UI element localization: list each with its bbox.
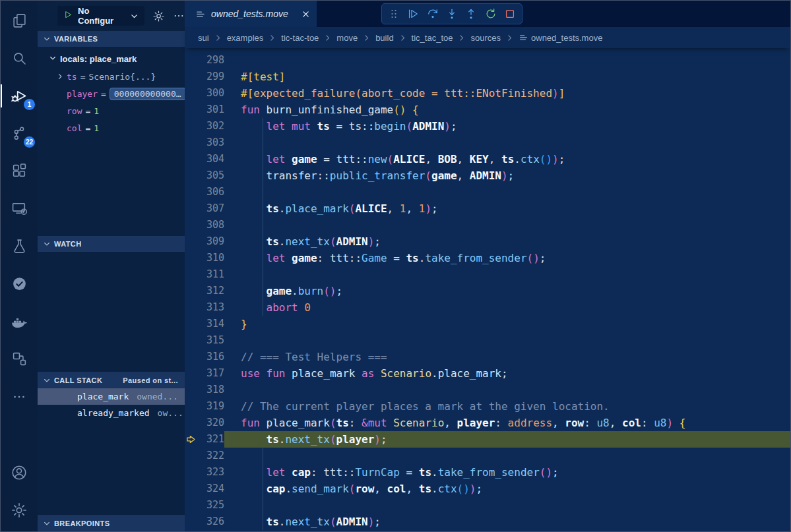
code-line-305[interactable]: 305 transfer::public_transfer(game, ADMI… (185, 167, 790, 184)
breakpoint-gutter-slot[interactable] (185, 184, 197, 200)
variables-section-header[interactable]: VARIABLES (38, 31, 185, 47)
debug-settings-gear-icon[interactable] (152, 10, 165, 22)
breakpoint-gutter-slot[interactable] (185, 266, 197, 283)
code-line-320[interactable]: 320fun place_mark(ts: &mut Scenario, pla… (185, 415, 790, 431)
chevron-right-icon[interactable] (56, 73, 67, 80)
breakpoint-gutter-slot[interactable] (185, 415, 197, 431)
debug-step-out-button[interactable] (463, 6, 479, 22)
breadcrumb-item-sources[interactable]: sources (470, 33, 501, 43)
call-stack-section-header[interactable]: CALL STACK Paused on st... (38, 372, 185, 388)
breakpoint-gutter-slot[interactable] (185, 250, 197, 266)
breakpoint-gutter-slot[interactable] (185, 448, 197, 464)
activity-item-settings[interactable] (1, 491, 38, 529)
code-line-318[interactable]: 318 (185, 382, 790, 398)
code-line-307[interactable]: 307 ts.place_mark(ALICE, 1, 1); (185, 200, 790, 217)
code-line-325[interactable]: 325 (185, 497, 790, 514)
code-line-304[interactable]: 304 let game = ttt::new(ALICE, BOB, KEY,… (185, 151, 790, 167)
line-number[interactable]: 324 (197, 481, 224, 497)
breakpoint-gutter-slot[interactable] (185, 69, 197, 85)
line-number[interactable]: 326 (197, 514, 224, 530)
line-number[interactable]: 299 (197, 69, 224, 85)
activity-item-accounts[interactable] (1, 454, 38, 491)
breakpoint-gutter-slot[interactable] (185, 85, 197, 102)
code-line-299[interactable]: 299#[test] (185, 69, 790, 85)
current-frame-pointer-icon[interactable] (185, 431, 197, 448)
line-number[interactable]: 303 (197, 134, 224, 151)
line-number[interactable]: 306 (197, 184, 224, 200)
code-line-309[interactable]: 309 ts.next_tx(ADMIN); (185, 233, 790, 250)
activity-item-remote-explorer[interactable] (1, 190, 38, 227)
tab-owned-tests-move[interactable]: owned_tests.move (185, 1, 317, 27)
variable-value[interactable]: 000000000000… (110, 88, 185, 100)
stack-frame-place_mark[interactable]: place_markowned... (38, 388, 185, 405)
code-line-316[interactable]: 316// === Test Helpers === (185, 349, 790, 365)
activity-item-references[interactable] (1, 340, 38, 378)
breakpoint-gutter-slot[interactable] (185, 52, 197, 69)
breakpoint-gutter-slot[interactable] (185, 464, 197, 481)
line-number[interactable]: 300 (197, 85, 224, 102)
line-number[interactable]: 311 (197, 266, 224, 283)
variable-row-ts[interactable]: ts=Scenario{...} (38, 68, 185, 85)
code-line-310[interactable]: 310 let game: ttt::Game = ts.take_from_s… (185, 250, 790, 266)
breakpoint-gutter-slot[interactable] (185, 102, 197, 118)
line-number[interactable]: 310 (197, 250, 224, 266)
code-line-313[interactable]: 313 abort 0 (185, 299, 790, 316)
code-line-298[interactable]: 298 (185, 52, 790, 69)
line-number[interactable]: 313 (197, 299, 224, 316)
activity-item-search[interactable] (1, 40, 38, 77)
line-number[interactable]: 314 (197, 316, 224, 332)
line-number[interactable]: 318 (197, 382, 224, 398)
watch-section-header[interactable]: WATCH (38, 236, 185, 252)
debug-config-dropdown[interactable]: No Configur (57, 6, 144, 26)
breakpoint-gutter-slot[interactable] (185, 382, 197, 398)
activity-item-source-control[interactable]: 22 (1, 115, 38, 152)
code-line-311[interactable]: 311 (185, 266, 790, 283)
code-line-326[interactable]: 326 ts.next_tx(ADMIN); (185, 514, 790, 530)
line-number[interactable]: 316 (197, 349, 224, 365)
line-number[interactable]: 319 (197, 398, 224, 415)
line-number[interactable]: 321 (197, 431, 224, 448)
line-number[interactable]: 302 (197, 118, 224, 134)
code-line-324[interactable]: 324 cap.send_mark(row, col, ts.ctx()); (185, 481, 790, 497)
debug-continue-button[interactable] (405, 6, 421, 22)
line-number[interactable]: 309 (197, 233, 224, 250)
breakpoint-gutter-slot[interactable] (185, 316, 197, 332)
breakpoint-gutter-slot[interactable] (185, 167, 197, 184)
activity-item-testing[interactable] (1, 227, 38, 265)
breakpoint-gutter-slot[interactable] (185, 398, 197, 415)
line-number[interactable]: 305 (197, 167, 224, 184)
breakpoint-gutter-slot[interactable] (185, 217, 197, 233)
breakpoint-gutter-slot[interactable] (185, 481, 197, 497)
code-line-306[interactable]: 306 (185, 184, 790, 200)
variable-row-col[interactable]: col=1 (38, 119, 185, 136)
code-line-322[interactable]: 322 (185, 448, 790, 464)
code-line-314[interactable]: 314} (185, 316, 790, 332)
breadcrumb-item-owned_tests.move[interactable]: owned_tests.move (519, 33, 602, 43)
breakpoint-gutter-slot[interactable] (185, 497, 197, 514)
line-number[interactable]: 308 (197, 217, 224, 233)
debug-stop-button[interactable] (502, 6, 518, 22)
line-number[interactable]: 304 (197, 151, 224, 167)
code-line-301[interactable]: 301fun burn_unfinished_game() { (185, 102, 790, 118)
breakpoint-gutter-slot[interactable] (185, 514, 197, 530)
code-line-308[interactable]: 308 (185, 217, 790, 233)
variable-row-player[interactable]: player=000000000000… (38, 85, 185, 102)
breadcrumb-item-examples[interactable]: examples (227, 33, 264, 43)
debug-step-into-button[interactable] (444, 6, 460, 22)
line-number[interactable]: 307 (197, 200, 224, 217)
line-number[interactable]: 322 (197, 448, 224, 464)
line-number[interactable]: 315 (197, 332, 224, 349)
line-number[interactable]: 298 (197, 52, 224, 69)
breakpoint-gutter-slot[interactable] (185, 233, 197, 250)
variables-scope-row[interactable]: locals: place_mark (38, 50, 185, 68)
breadcrumb-item-sui[interactable]: sui (198, 33, 209, 43)
breadcrumb-item-tic_tac_toe[interactable]: tic_tac_toe (412, 33, 453, 43)
code-line-323[interactable]: 323 let cap: ttt::TurnCap = ts.take_from… (185, 464, 790, 481)
line-number[interactable]: 317 (197, 365, 224, 382)
breakpoint-gutter-slot[interactable] (185, 151, 197, 167)
line-number[interactable]: 301 (197, 102, 224, 118)
breakpoint-gutter-slot[interactable] (185, 134, 197, 151)
stack-frame-already_marked[interactable]: already_markedow... (38, 405, 185, 421)
activity-item-checks[interactable] (1, 265, 38, 303)
line-number[interactable]: 320 (197, 415, 224, 431)
